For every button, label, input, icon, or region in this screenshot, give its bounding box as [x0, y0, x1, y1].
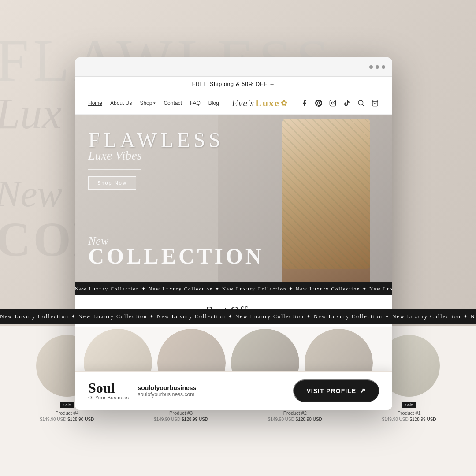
bg-ticker-text: New Luxury Collection ✦ New Luxury Colle…: [0, 313, 476, 320]
browser-dot-3: [382, 65, 385, 69]
instagram-icon[interactable]: [329, 99, 337, 107]
browser-chrome: [75, 57, 392, 77]
svg-line-4: [362, 104, 364, 106]
bg-sale-badge-4: Sale: [60, 402, 74, 408]
hero-bottom-text: New COLLECTION: [88, 234, 264, 269]
shop-now-button[interactable]: Shop Now: [88, 176, 136, 190]
promo-logo-subtext: Of Your Business: [88, 395, 129, 401]
bg-new-text: New: [0, 172, 62, 215]
bg-product-name-2: Product #2: [242, 410, 349, 416]
cart-icon[interactable]: [371, 99, 379, 107]
visit-profile-label: VISIT PROFILE: [306, 387, 356, 394]
svg-point-3: [358, 100, 363, 105]
nav-faq[interactable]: FAQ: [190, 100, 201, 106]
header-icons: [301, 99, 379, 107]
bg-product-name-4: Product #4: [13, 410, 121, 416]
logo-leaf-icon: ✿: [281, 98, 288, 108]
promo-bar: Soul Of Your Business soulofyourbusiness…: [75, 371, 392, 410]
hero-text-area: FLAWLESS Luxe Vibes Shop Now: [88, 128, 224, 190]
hero-divider: [88, 169, 141, 170]
bg-product-name-3: Product #3: [127, 410, 235, 416]
nav-blog[interactable]: Blog: [208, 100, 219, 106]
chevron-down-icon: ▾: [153, 101, 156, 105]
cursor-icon: ↗: [360, 387, 366, 395]
ticker-bar: New Luxury Collection ✦ New Luxury Colle…: [75, 282, 392, 295]
announcement-bar[interactable]: FREE Shipping & 50% OFF →: [75, 77, 392, 92]
tiktok-icon[interactable]: [343, 99, 351, 107]
nav-about[interactable]: About Us: [110, 100, 132, 106]
bg-ticker-bar: New Luxury Collection ✦ New Luxury Colle…: [0, 309, 476, 324]
bg-product-prices-4: $149.90 USD $128.90 USD: [13, 417, 121, 422]
search-icon[interactable]: [357, 99, 365, 107]
svg-rect-0: [330, 100, 335, 106]
pinterest-icon[interactable]: [315, 99, 323, 107]
promo-url: soulofyourbusiness.com: [138, 391, 284, 398]
promo-business-info: soulofyourbusiness soulofyourbusiness.co…: [138, 384, 284, 398]
browser-dot-2: [376, 65, 379, 69]
promo-logo-soul: Soul: [88, 381, 115, 395]
promo-logo: Soul Of Your Business: [88, 381, 129, 401]
site-header: Home About Us Shop ▾ Contact FAQ Blog Ev…: [75, 92, 392, 115]
hero-dress-overlay: [282, 119, 370, 269]
bg-product-prices-3: $149.90 USD $128.99 USD: [127, 417, 235, 422]
hero-collection-text: COLLECTION: [88, 243, 264, 269]
nav-shop[interactable]: Shop ▾: [140, 100, 156, 106]
bg-lux-text: Lux: [0, 88, 62, 139]
browser-dots: [369, 65, 385, 69]
bg-product-name-1: Product #1: [355, 410, 463, 416]
promo-handle: soulofyourbusiness: [138, 384, 284, 391]
announcement-text: FREE Shipping & 50% OFF →: [192, 81, 275, 87]
browser-dot-1: [369, 65, 373, 69]
nav-home[interactable]: Home: [88, 100, 102, 106]
bg-product-prices-1: $149.90 USD $128.99 USD: [355, 417, 463, 422]
site-logo[interactable]: Eve'sLuxe ✿: [232, 97, 288, 109]
facebook-icon[interactable]: [301, 99, 309, 107]
logo-part1: Eve's: [232, 97, 254, 109]
browser-window: FREE Shipping & 50% OFF → Home About Us …: [75, 57, 392, 410]
svg-point-1: [331, 102, 334, 104]
hero-section: FLAWLESS Luxe Vibes Shop Now New COLLECT…: [75, 115, 392, 282]
bg-sale-badge-1: Sale: [402, 402, 416, 408]
browser-content: FREE Shipping & 50% OFF → Home About Us …: [75, 77, 392, 410]
promo-logo-area: Soul Of Your Business: [88, 381, 129, 401]
ticker-text: New Luxury Collection ✦ New Luxury Colle…: [75, 286, 392, 292]
svg-point-2: [334, 101, 335, 102]
bg-product-prices-2: $149.90 USD $128.90 USD: [242, 417, 349, 422]
nav-contact[interactable]: Contact: [164, 100, 182, 106]
visit-profile-button[interactable]: VISIT PROFILE ↗: [293, 379, 379, 402]
main-nav: Home About Us Shop ▾ Contact FAQ Blog: [88, 100, 219, 106]
logo-part2: Luxe: [255, 97, 280, 109]
